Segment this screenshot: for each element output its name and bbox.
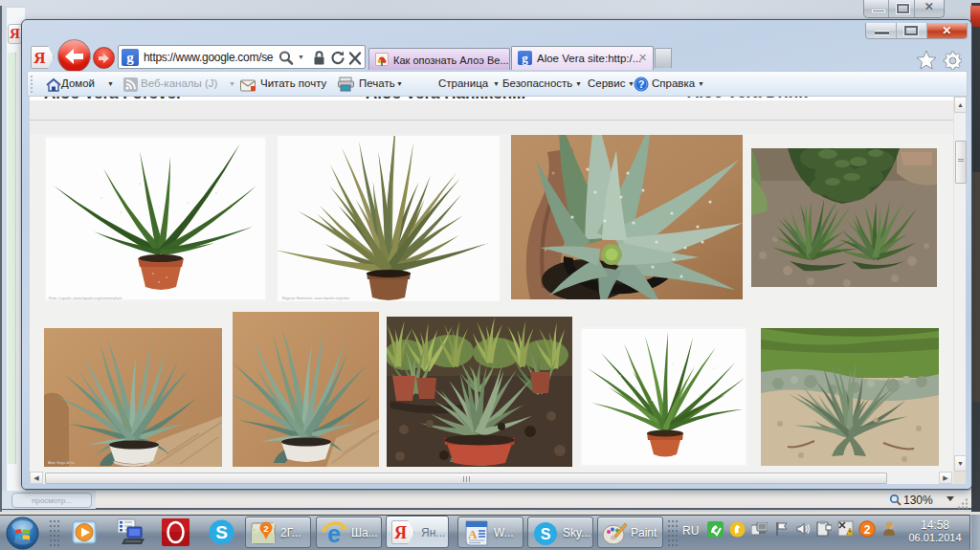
svg-text:S: S bbox=[541, 526, 551, 542]
svg-text:Foto: Lopaile, www.lopaile.org: Foto: Lopaile, www.lopaile.org/zimmerpla… bbox=[49, 296, 122, 300]
svg-text:Aloe Vega di lui: Aloe Vega di lui bbox=[48, 460, 75, 465]
svg-text:S: S bbox=[215, 522, 228, 542]
svg-text:?: ? bbox=[638, 78, 645, 90]
svg-text:A: A bbox=[468, 527, 478, 541]
svg-text:Bigpeyr Hamrtam, www.lopaile.o: Bigpeyr Hamrtam, www.lopaile.org/aloe bbox=[282, 296, 350, 300]
svg-text:2: 2 bbox=[263, 524, 268, 534]
svg-text:2: 2 bbox=[864, 523, 871, 537]
